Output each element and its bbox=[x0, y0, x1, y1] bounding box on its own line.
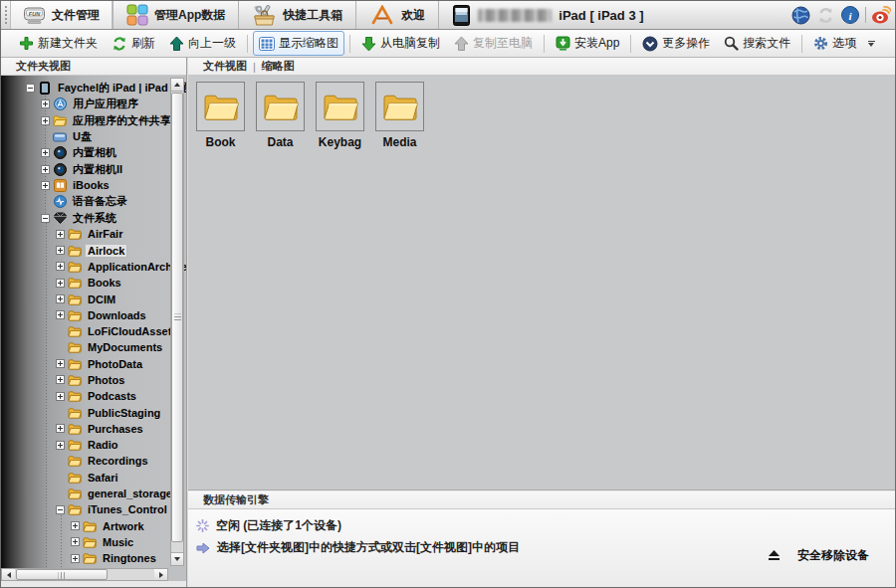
tab-file-management[interactable]: FUN文件管理 bbox=[10, 1, 112, 29]
more-actions-button[interactable]: 更多操作 bbox=[636, 31, 716, 56]
info-icon[interactable]: i bbox=[840, 5, 860, 25]
install-app-button[interactable]: 安装App bbox=[550, 31, 625, 56]
expander-plus-icon[interactable] bbox=[71, 521, 80, 530]
tree-item-DCIM[interactable]: DCIM bbox=[1, 291, 186, 306]
sync-icon[interactable] bbox=[815, 5, 835, 25]
tree-item-内置相机[interactable]: 内置相机 bbox=[1, 144, 186, 160]
tab-manage-app-data[interactable]: 管理App数据 bbox=[113, 1, 238, 29]
tree-item-用户应用程序[interactable]: 用户应用程序 bbox=[1, 96, 186, 111]
tree-item-Music[interactable]: Music bbox=[1, 533, 186, 549]
weibo-icon[interactable] bbox=[871, 5, 891, 25]
tree-item-U盘[interactable]: U盘 bbox=[1, 128, 186, 144]
folder-thumbnail-Book[interactable]: Book bbox=[196, 82, 245, 490]
expander-plus-icon[interactable] bbox=[41, 148, 50, 157]
folder-icon bbox=[68, 422, 82, 435]
tree-item-label: 应用程序的文件共享 bbox=[71, 113, 173, 128]
horizontal-scroll-thumb[interactable] bbox=[16, 569, 108, 580]
expander-minus-icon[interactable] bbox=[41, 214, 50, 223]
tree-item-应用程序的文件共享[interactable]: 应用程序的文件共享 bbox=[1, 112, 186, 128]
expander-plus-icon[interactable] bbox=[56, 424, 65, 433]
folder-tile[interactable] bbox=[256, 82, 305, 131]
expander-plus-icon[interactable] bbox=[41, 165, 50, 174]
tree-item-AirFair[interactable]: AirFair bbox=[1, 226, 186, 242]
tree-item-Purchases[interactable]: Purchases bbox=[1, 420, 186, 436]
tree-item-general_storage[interactable]: general_storage bbox=[1, 485, 186, 500]
tree-item-Ringtones[interactable]: Ringtones bbox=[1, 550, 186, 566]
expander-plus-icon[interactable] bbox=[56, 262, 65, 271]
tree-item-语音备忘录[interactable]: 语音备忘录 bbox=[1, 193, 186, 209]
expander-minus-icon[interactable] bbox=[26, 84, 35, 93]
folder-thumbnail-Media[interactable]: Media bbox=[375, 82, 424, 490]
copy-from-pc-button[interactable]: 从电脑复制 bbox=[355, 31, 446, 56]
expander-plus-icon[interactable] bbox=[56, 310, 65, 319]
expander-plus-icon[interactable] bbox=[56, 230, 65, 239]
tree-item-iBooks[interactable]: iBooks bbox=[1, 177, 186, 193]
fun-drive-icon: FUN bbox=[23, 6, 46, 25]
tree-item-Safari[interactable]: Safari bbox=[1, 469, 186, 485]
expander-plus-icon[interactable] bbox=[56, 441, 65, 450]
tree-vertical-scrollbar[interactable] bbox=[170, 78, 184, 566]
search-files-button[interactable]: 搜索文件 bbox=[718, 31, 796, 56]
tab-quick-toolbox[interactable]: 快捷工具箱 bbox=[239, 1, 355, 29]
status-line: 空闲 (已连接了1个设备) bbox=[196, 517, 896, 534]
folder-thumbnail-Keybag[interactable]: Keybag bbox=[316, 82, 364, 490]
refresh-label: 刷新 bbox=[131, 35, 155, 52]
expander-minus-icon[interactable] bbox=[56, 505, 65, 514]
tree-item-label: 文件系统 bbox=[71, 211, 118, 226]
tree-item-Radio[interactable]: Radio bbox=[1, 437, 186, 453]
tree-item-文件系统[interactable]: 文件系统 bbox=[1, 209, 186, 225]
safe-remove-device-button[interactable]: 安全移除设备 bbox=[764, 545, 869, 565]
scroll-down-button[interactable] bbox=[171, 552, 183, 565]
folder-thumbnail-Data[interactable]: Data bbox=[256, 82, 305, 490]
tree-item-PublicStaging[interactable]: PublicStaging bbox=[1, 404, 186, 420]
folder-tile[interactable] bbox=[316, 82, 364, 131]
expander-plus-icon[interactable] bbox=[56, 375, 65, 384]
expander-plus-icon[interactable] bbox=[41, 181, 50, 190]
tree-item-PhotoData[interactable]: PhotoData bbox=[1, 355, 186, 371]
tree-item-iTunes_Control[interactable]: iTunes_Control bbox=[1, 501, 186, 517]
tree-item-Faychel的 iPad | iPad 3 通[interactable]: Faychel的 iPad | iPad 3 通 bbox=[1, 80, 186, 96]
expander-plus-icon[interactable] bbox=[41, 99, 50, 108]
tree-item-Downloads[interactable]: Downloads bbox=[1, 306, 186, 322]
options-button[interactable]: 选项 bbox=[807, 31, 862, 56]
expander-plus-icon[interactable] bbox=[56, 359, 65, 368]
tab-welcome[interactable]: 欢迎 bbox=[356, 1, 438, 29]
tab-device[interactable]: iPad [ iPad 3 ] bbox=[439, 1, 655, 29]
scroll-right-button[interactable] bbox=[154, 569, 167, 580]
tree-item-Books[interactable]: Books bbox=[1, 275, 186, 291]
new-folder-button[interactable]: 新建文件夹 bbox=[13, 31, 104, 56]
scroll-up-button[interactable] bbox=[171, 79, 183, 92]
expander-plus-icon[interactable] bbox=[56, 246, 65, 255]
tree-item-LoFiCloudAssets[interactable]: LoFiCloudAssets bbox=[1, 322, 186, 338]
expander-plus-icon[interactable] bbox=[71, 537, 80, 546]
expander-plus-icon[interactable] bbox=[56, 294, 65, 303]
tree-item-MyDocuments[interactable]: MyDocuments bbox=[1, 339, 186, 355]
vertical-scroll-thumb[interactable] bbox=[171, 93, 183, 542]
tree-horizontal-scrollbar[interactable] bbox=[1, 568, 168, 581]
tree-item-Airlock[interactable]: Airlock bbox=[1, 242, 186, 258]
busy-spinner-icon bbox=[196, 519, 209, 532]
tree-item-Photos[interactable]: Photos bbox=[1, 371, 186, 387]
tree-item-Artwork[interactable]: Artwork bbox=[1, 517, 186, 533]
expander-plus-icon[interactable] bbox=[56, 392, 65, 401]
refresh-button[interactable]: 刷新 bbox=[106, 31, 161, 56]
thumbnail-view-label[interactable]: 缩略图 bbox=[262, 59, 295, 74]
tree-item-Podcasts[interactable]: Podcasts bbox=[1, 388, 186, 404]
folder-tile[interactable] bbox=[196, 82, 245, 131]
tree-item-内置相机II[interactable]: 内置相机II bbox=[1, 160, 186, 176]
toolbar-separator bbox=[544, 35, 545, 53]
toolbar-overflow-button[interactable] bbox=[865, 35, 877, 53]
svg-text:FUN: FUN bbox=[29, 10, 41, 16]
expander-plus-icon[interactable] bbox=[56, 279, 65, 288]
globe-icon[interactable] bbox=[790, 5, 810, 25]
scroll-left-button[interactable] bbox=[2, 569, 15, 580]
folder-tile[interactable] bbox=[375, 82, 424, 131]
tree-item-ApplicationArchives[interactable]: ApplicationArchives bbox=[1, 258, 186, 274]
tree-item-Recordings[interactable]: Recordings bbox=[1, 453, 186, 469]
expander-plus-icon[interactable] bbox=[71, 554, 80, 563]
expander-plus-icon[interactable] bbox=[41, 116, 50, 125]
up-level-button[interactable]: 向上一级 bbox=[163, 31, 242, 56]
file-thumbnail-view[interactable]: BookDataKeybagMedia bbox=[188, 76, 896, 490]
show-thumbnails-button[interactable]: 显示缩略图 bbox=[253, 31, 344, 56]
copy-to-pc-button: 复制至电脑 bbox=[448, 31, 539, 56]
